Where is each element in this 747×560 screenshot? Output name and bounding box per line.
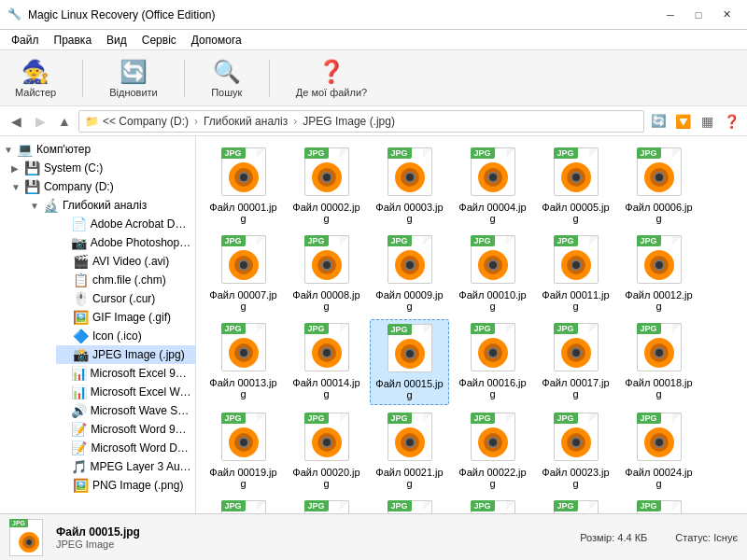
files-grid: JPG Файл 00001.jpg JPG <box>204 144 740 513</box>
sidebar-label-companyd: Company (D:) <box>44 180 114 193</box>
circle-bg <box>312 162 342 192</box>
restore-button[interactable]: 🔄 Відновити <box>102 55 165 102</box>
address-path[interactable]: 📁 << Company (D:) › Глибокий аналіз › JP… <box>78 110 644 133</box>
sidebar-item-computer[interactable]: ▼ 💻 Комп'ютер <box>0 140 195 159</box>
file-item[interactable]: JPG Файл 00026.jpg <box>287 497 366 513</box>
file-label: Файл 00003.jpg <box>374 202 445 224</box>
menu-service[interactable]: Сервіс <box>134 30 184 49</box>
file-item[interactable]: JPG Файл 00010.jpg <box>453 231 532 315</box>
jpg-img-circle <box>312 338 342 368</box>
jpg-icon: JPG <box>469 323 517 373</box>
jpg-icon: JPG <box>386 324 434 374</box>
menu-help[interactable]: Допомога <box>184 30 249 49</box>
jpg-img-circle <box>644 427 674 457</box>
file-item[interactable]: JPG Файл 00024.jpg <box>619 409 698 493</box>
file-item[interactable]: JPG Файл 00008.jpg <box>287 231 366 315</box>
help-button[interactable]: ❓ <box>721 111 741 132</box>
jpg-img-circle <box>395 250 425 280</box>
maximize-button[interactable]: □ <box>685 6 712 24</box>
view-options-button[interactable]: ▦ <box>697 111 717 132</box>
jpg-icon: JPG <box>469 500 517 513</box>
file-item[interactable]: JPG Файл 00014.jpg <box>287 319 366 405</box>
file-item[interactable]: JPG Файл 00025.jpg <box>204 497 283 513</box>
sidebar-item-gif[interactable]: 🖼️ GIF Image (.gif) <box>56 308 195 327</box>
menu-view[interactable]: Вид <box>99 30 134 49</box>
sidebar-item-wave[interactable]: 🔊 Microsoft Wave Sound... <box>56 401 195 420</box>
sidebar-label-wave: Microsoft Wave Sound... <box>91 404 191 417</box>
file-item[interactable]: JPG Файл 00029.jpg <box>536 497 615 513</box>
jpg-badge: JPG <box>471 235 495 246</box>
file-item[interactable]: JPG Файл 00003.jpg <box>370 144 449 228</box>
sidebar-item-mp3[interactable]: 🎵 MPEG Layer 3 Audio F... <box>56 457 195 476</box>
file-corner-inner <box>257 236 265 245</box>
circle-bg <box>395 427 425 457</box>
file-item[interactable]: JPG Файл 00018.jpg <box>619 319 698 405</box>
file-item[interactable]: JPG Файл 00001.jpg <box>204 144 283 228</box>
sidebar-item-avi[interactable]: 🎬 AVI Video (.avi) <box>56 252 195 271</box>
sidebar-label-mp3: MPEG Layer 3 Audio F... <box>91 460 191 473</box>
expand-icon-c: ▶ <box>11 163 24 174</box>
search-button[interactable]: 🔍 Пошук <box>204 55 250 102</box>
sidebar-item-photoshop[interactable]: 📷 Adobe Photoshop Ima... <box>56 233 195 252</box>
file-item[interactable]: JPG Файл 00028.jpg <box>453 497 532 513</box>
up-button[interactable]: ▲ <box>54 111 75 132</box>
file-item[interactable]: JPG Файл 00020.jpg <box>287 409 366 493</box>
whereismyfiles-button[interactable]: ❓ Де мої файли? <box>289 55 374 102</box>
file-item[interactable]: JPG Файл 00011.jpg <box>536 231 615 315</box>
file-item[interactable]: JPG Файл 00017.jpg <box>536 319 615 405</box>
file-corner-inner <box>423 501 431 510</box>
refresh-button[interactable]: 🔄 <box>648 111 669 132</box>
sidebar-item-deepanalysis[interactable]: ▼ 🔬 Глибокий аналіз <box>26 196 195 215</box>
jpg-icon: JPG <box>219 235 268 286</box>
file-item[interactable]: JPG Файл 00030.jpg <box>619 497 698 513</box>
lens-inner <box>404 259 416 271</box>
menu-file[interactable]: Файл <box>4 30 47 49</box>
forward-button[interactable]: ▶ <box>30 111 50 132</box>
menu-edit[interactable]: Правка <box>47 30 100 49</box>
file-item[interactable]: JPG Файл 00006.jpg <box>619 144 698 228</box>
sidebar-item-word97[interactable]: 📝 Microsoft Word 97 - 2... <box>56 420 195 439</box>
file-item[interactable]: JPG Файл 00019.jpg <box>204 409 283 493</box>
file-item[interactable]: JPG Файл 00009.jpg <box>370 231 449 315</box>
sidebar-item-jpeg[interactable]: 📸 JPEG Image (.jpg) <box>56 345 195 364</box>
close-button[interactable]: ✕ <box>713 6 740 24</box>
sidebar-item-cursor[interactable]: 🖱️ Cursor (.cur) <box>56 289 195 308</box>
sidebar-item-companyd[interactable]: ▼ 💾 Company (D:) <box>7 177 195 196</box>
file-item[interactable]: JPG Файл 00005.jpg <box>536 144 615 228</box>
path-part-1[interactable]: << Company (D:) <box>103 115 189 128</box>
file-item[interactable]: JPG Файл 00016.jpg <box>453 319 532 405</box>
path-part-3[interactable]: JPEG Image (.jpg) <box>303 115 395 128</box>
file-label: Файл 00004.jpg <box>457 202 529 224</box>
filter-button[interactable]: 🔽 <box>672 111 693 132</box>
sidebar-item-worddoc[interactable]: 📝 Microsoft Word Docu... <box>56 439 195 457</box>
jpg-icon: JPG <box>635 413 684 463</box>
circle-bg <box>312 338 342 368</box>
file-item[interactable]: JPG Файл 00013.jpg <box>204 319 283 405</box>
sidebar-item-png[interactable]: 🖼️ PNG Image (.png) <box>56 476 195 495</box>
file-item[interactable]: JPG Файл 00004.jpg <box>453 144 532 228</box>
sidebar-item-chm[interactable]: 📋 chm.file (.chm) <box>56 271 195 289</box>
file-item[interactable]: JPG Файл 00021.jpg <box>370 409 449 493</box>
file-item[interactable]: JPG Файл 00015.jpg <box>370 319 449 405</box>
file-item[interactable]: JPG Файл 00023.jpg <box>536 409 615 493</box>
lens-outer <box>484 168 502 187</box>
sidebar-item-excelworks[interactable]: 📊 Microsoft Excel Works... <box>56 383 195 401</box>
file-item[interactable]: JPG Файл 00027.jpg <box>370 497 449 513</box>
title-bar-text: Magic Linux Recovery (Office Edition) <box>28 8 657 21</box>
sidebar-item-excel97[interactable]: 📊 Microsoft Excel 97-200... <box>56 364 195 383</box>
avi-icon: 🎬 <box>73 254 89 269</box>
file-item[interactable]: JPG Файл 00022.jpg <box>453 409 532 493</box>
minimize-button[interactable]: ─ <box>657 6 684 24</box>
lens-inner <box>487 259 499 271</box>
file-item[interactable]: JPG Файл 00002.jpg <box>287 144 366 228</box>
file-item[interactable]: JPG Файл 00007.jpg <box>204 231 283 315</box>
jpg-badge: JPG <box>388 324 412 335</box>
sidebar-item-ico[interactable]: 🔷 Icon (.ico) <box>56 327 195 345</box>
wizard-button[interactable]: 🧙 Майстер <box>7 55 63 102</box>
sidebar-item-acrobat[interactable]: 📄 Adobe Acrobat Docum... <box>56 215 195 233</box>
path-part-2[interactable]: Глибокий аналіз <box>204 115 288 128</box>
back-button[interactable]: ◀ <box>6 111 26 132</box>
file-item[interactable]: JPG Файл 00012.jpg <box>619 231 698 315</box>
sidebar-item-systemc[interactable]: ▶ 💾 System (C:) <box>7 159 195 177</box>
lens-outer <box>484 343 502 362</box>
